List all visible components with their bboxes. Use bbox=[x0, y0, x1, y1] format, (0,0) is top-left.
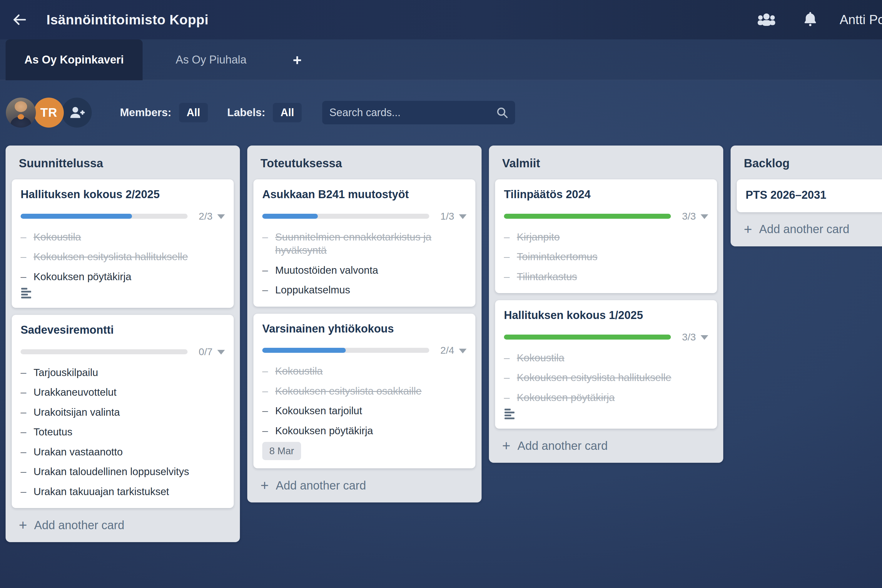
top-bar: Isännöintitoimisto Koppi Antti Po bbox=[0, 0, 882, 39]
column-valmiit: Valmiit Tilinpäätös 2024 3/3 –Kirjanpito… bbox=[489, 146, 723, 463]
checklist: –Suunnitelmien ennakkotarkistus ja hyväk… bbox=[262, 230, 466, 297]
add-card-label: Add another card bbox=[518, 439, 608, 453]
tab-label: As Oy Kopinkaveri bbox=[24, 54, 124, 66]
search-box bbox=[322, 101, 515, 124]
progress-track bbox=[21, 214, 188, 219]
checklist-item: –Urakan taloudellinen loppuselvitys bbox=[21, 465, 225, 478]
add-card-label: Add another card bbox=[276, 479, 366, 492]
bullet: – bbox=[504, 270, 517, 284]
checklist: –Kokoustila –Kokouksen esityslista halli… bbox=[21, 230, 225, 284]
back-button[interactable] bbox=[10, 11, 28, 28]
add-card-label: Add another card bbox=[759, 222, 849, 236]
checklist-item: –Urakoitsijan valinta bbox=[21, 405, 225, 419]
add-card-button[interactable]: + Add another card bbox=[261, 478, 476, 492]
checklist-item: –Muutostöiden valvonta bbox=[262, 263, 466, 277]
labels-filter-value[interactable]: All bbox=[273, 103, 302, 122]
bullet: – bbox=[262, 384, 275, 398]
bullet: – bbox=[504, 371, 517, 384]
arrow-left-icon bbox=[12, 12, 27, 27]
chevron-down-icon[interactable] bbox=[217, 214, 225, 219]
search-input[interactable] bbox=[329, 106, 496, 119]
checklist-progress: 3/3 bbox=[504, 210, 708, 222]
column-title: Suunnittelussa bbox=[19, 157, 234, 170]
chevron-down-icon[interactable] bbox=[217, 350, 225, 355]
members-icon[interactable] bbox=[756, 12, 777, 27]
add-card-label: Add another card bbox=[34, 519, 124, 532]
checklist-item: –Kokouksen esityslista hallitukselle bbox=[504, 371, 708, 384]
board-tabs: As Oy Kopinkaveri As Oy Piuhala + bbox=[0, 39, 882, 80]
add-card-button[interactable]: + Add another card bbox=[744, 222, 882, 236]
chevron-down-icon[interactable] bbox=[459, 349, 466, 353]
progress-track bbox=[504, 214, 671, 219]
topbar-actions: Antti Po bbox=[756, 11, 882, 28]
card-sadevesiremontti[interactable]: Sadevesiremontti 0/7 –Tarjouskilpailu –U… bbox=[12, 315, 234, 508]
person-add-icon bbox=[68, 104, 85, 121]
card-pts-2026-2031[interactable]: PTS 2026–2031 bbox=[737, 179, 882, 212]
search-icon bbox=[496, 106, 508, 119]
checklist-progress: 0/7 bbox=[21, 346, 225, 357]
progress-fraction: 3/3 bbox=[682, 210, 696, 222]
member-avatar-tr[interactable]: TR bbox=[34, 98, 64, 128]
card-title: Sadevesiremontti bbox=[21, 323, 225, 337]
bullet: – bbox=[21, 405, 33, 419]
chevron-down-icon[interactable] bbox=[700, 335, 708, 340]
member-avatar-photo[interactable] bbox=[6, 98, 36, 128]
checklist: –Kirjanpito –Toimintakertomus –Tilintark… bbox=[504, 230, 708, 284]
plus-icon: + bbox=[744, 222, 752, 236]
plus-icon: + bbox=[19, 518, 27, 532]
description-icon bbox=[21, 288, 32, 298]
checklist-item: –Kokouksen esityslista hallitukselle bbox=[21, 250, 225, 263]
progress-fraction: 1/3 bbox=[440, 210, 454, 222]
card-hallituksen-kokous-2-2025[interactable]: Hallituksen kokous 2/2025 2/3 –Kokoustil… bbox=[12, 179, 234, 308]
notifications-bell-icon[interactable] bbox=[802, 11, 819, 28]
tab-as-oy-kopinkaveri[interactable]: As Oy Kopinkaveri bbox=[6, 39, 142, 80]
members-filter-value[interactable]: All bbox=[179, 103, 208, 122]
plus-icon: + bbox=[502, 439, 510, 453]
card-title: Varsinainen yhtiökokous bbox=[262, 322, 466, 336]
checklist-item: –Toteutus bbox=[21, 425, 225, 439]
checklist-item: –Urakkaneuvottelut bbox=[21, 386, 225, 399]
checklist-item: –Kokouksen tarjoilut bbox=[262, 404, 466, 417]
bullet: – bbox=[262, 230, 275, 257]
add-member-button[interactable] bbox=[62, 98, 92, 128]
card-varsinainen-yhtiokokous[interactable]: Varsinainen yhtiökokous 2/4 –Kokoustila … bbox=[254, 314, 476, 469]
card-title: Hallituksen kokous 2/2025 bbox=[21, 188, 225, 202]
due-date-badge: 8 Mar bbox=[262, 442, 301, 460]
checklist-item: –Kokoustila bbox=[21, 230, 225, 244]
checklist: –Kokoustila –Kokouksen esityslista osakk… bbox=[262, 364, 466, 437]
bullet: – bbox=[21, 465, 33, 478]
filters-row: TR Members: All Labels: All bbox=[0, 98, 882, 128]
progress-fill bbox=[21, 214, 132, 219]
bullet: – bbox=[504, 230, 517, 244]
checklist: –Tarjouskilpailu –Urakkaneuvottelut –Ura… bbox=[21, 366, 225, 498]
card-hallituksen-kokous-1-2025[interactable]: Hallituksen kokous 1/2025 3/3 –Kokoustil… bbox=[495, 300, 717, 429]
column-title: Toteutuksessa bbox=[261, 157, 476, 170]
card-tilinpaatos-2024[interactable]: Tilinpäätös 2024 3/3 –Kirjanpito –Toimin… bbox=[495, 179, 717, 293]
add-board-button[interactable]: + bbox=[280, 39, 315, 80]
checklist-item: –Kokouksen pöytäkirja bbox=[21, 270, 225, 284]
bullet: – bbox=[262, 364, 275, 378]
progress-fraction: 2/3 bbox=[199, 210, 213, 222]
checklist-progress: 1/3 bbox=[262, 210, 466, 222]
description-icon bbox=[504, 409, 515, 419]
add-card-button[interactable]: + Add another card bbox=[19, 518, 234, 532]
card-title: Asukkaan B241 muutostyöt bbox=[262, 188, 466, 202]
add-card-button[interactable]: + Add another card bbox=[502, 439, 717, 453]
tab-as-oy-piuhala[interactable]: As Oy Piuhala bbox=[142, 39, 280, 80]
progress-track bbox=[504, 334, 671, 340]
plus-icon: + bbox=[261, 478, 269, 492]
checklist-progress: 2/3 bbox=[21, 210, 225, 222]
user-menu[interactable]: Antti Po bbox=[840, 12, 882, 27]
members-filter-label: Members: bbox=[120, 106, 171, 119]
card-title: PTS 2026–2031 bbox=[746, 188, 882, 202]
card-asukkaan-b241-muutostyot[interactable]: Asukkaan B241 muutostyöt 1/3 –Suunnitelm… bbox=[254, 179, 476, 307]
column-title: Backlog bbox=[744, 157, 882, 170]
checklist-item: –Urakan vastaanotto bbox=[21, 445, 225, 459]
checklist-item: –Tilintarkastus bbox=[504, 270, 708, 284]
card-title: Hallituksen kokous 1/2025 bbox=[504, 308, 708, 322]
chevron-down-icon[interactable] bbox=[459, 214, 466, 219]
checklist-item: –Suunnitelmien ennakkotarkistus ja hyväk… bbox=[262, 230, 466, 257]
column-backlog: Backlog PTS 2026–2031 + Add another card bbox=[730, 146, 882, 246]
bullet: – bbox=[21, 386, 33, 399]
chevron-down-icon[interactable] bbox=[700, 214, 708, 219]
